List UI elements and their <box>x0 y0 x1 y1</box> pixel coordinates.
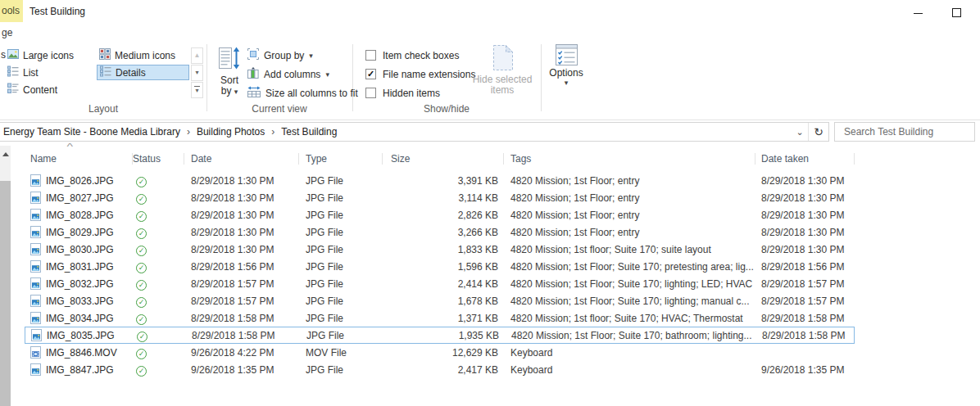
mov-file-icon <box>30 346 41 359</box>
group-by-button[interactable]: Group by ▾ <box>247 47 313 64</box>
size-columns-to-fit-icon <box>247 86 261 100</box>
column-header-date-taken[interactable]: Date taken <box>755 149 855 169</box>
size-cell: 1,371 KB <box>383 310 504 327</box>
status-cell: ✓ <box>133 259 184 275</box>
options-button[interactable]: Options ▾ <box>541 44 592 87</box>
column-header-status[interactable]: Status <box>133 149 184 169</box>
gallery-scroll-down-button[interactable]: ▾ <box>191 65 203 81</box>
view-details[interactable]: Details <box>97 65 189 80</box>
size-all-columns-button[interactable]: Size all columns to fit <box>247 84 358 102</box>
jpg-file-icon <box>30 277 41 290</box>
date-taken-cell: 9/26/2018 1:35 PM <box>755 362 855 378</box>
search-input[interactable] <box>835 123 974 141</box>
table-row[interactable]: IMG_8030.JPG✓8/29/2018 1:30 PMJPG File1,… <box>25 241 855 258</box>
synced-status-icon: ✓ <box>136 246 147 256</box>
file-name: IMG_8032.JPG <box>46 276 114 292</box>
table-row[interactable]: IMG_8026.JPG✓8/29/2018 1:30 PMJPG File3,… <box>25 172 855 189</box>
status-cell: ✓ <box>133 207 184 223</box>
column-header-date[interactable]: Date <box>184 149 299 169</box>
current-view-group-label: Current view <box>206 103 352 115</box>
breadcrumb-separator-icon[interactable]: › <box>269 126 277 138</box>
tags-cell: 4820 Mission; 1st Floor; entry <box>504 207 755 223</box>
table-row[interactable]: IMG_8846.MOV✓9/26/2018 4:22 PMMOV File12… <box>25 344 855 361</box>
tags-cell: 4820 Mission; 1st floor; Suite 170; HVAC… <box>504 310 755 327</box>
view-list[interactable]: List <box>5 65 41 80</box>
view-item-label: Details <box>116 67 146 79</box>
date-taken-cell: 8/29/2018 1:30 PM <box>755 173 855 189</box>
file-name: IMG_8031.JPG <box>46 259 114 275</box>
file-name: IMG_8846.MOV <box>46 345 117 361</box>
size-cell: 1,596 KB <box>383 259 504 275</box>
window-title: Test Building <box>29 6 85 17</box>
layout-group-label: Layout <box>0 103 206 115</box>
size-columns-label: Size all columns to fit <box>265 88 358 99</box>
table-row[interactable]: IMG_8033.JPG✓8/29/2018 1:57 PMJPG File1,… <box>25 292 855 309</box>
add-columns-button[interactable]: Add columns ▾ <box>247 65 329 83</box>
file-name-cell: IMG_8027.JPG <box>25 190 133 206</box>
file-name: IMG_8027.JPG <box>46 190 114 206</box>
file-name-cell: IMG_8029.JPG <box>25 224 133 241</box>
file-name-extensions-checkbox[interactable]: ✓ File name extensions <box>365 65 475 83</box>
group-divider <box>206 44 207 111</box>
table-row[interactable]: IMG_8028.JPG✓8/29/2018 1:30 PMJPG File2,… <box>25 206 855 223</box>
synced-status-icon: ✓ <box>136 366 147 377</box>
breadcrumb-separator-icon[interactable]: › <box>184 126 193 138</box>
jpg-file-icon <box>30 192 41 204</box>
hidden-items-checkbox[interactable]: Hidden items <box>365 84 440 102</box>
scrollbar-up-arrow-icon[interactable] <box>0 152 11 169</box>
table-row[interactable]: IMG_8027.JPG✓8/29/2018 1:30 PMJPG File3,… <box>25 189 855 206</box>
view-large-icons[interactable]: Large icons <box>5 47 76 63</box>
type-cell: JPG File <box>299 310 383 327</box>
type-cell: JPG File <box>300 327 383 344</box>
details-view-icon <box>100 65 111 79</box>
address-dropdown-chevron-icon[interactable]: ⌄ <box>792 127 808 138</box>
table-row[interactable]: IMG_8035.JPG✓8/29/2018 1:58 PMJPG File1,… <box>25 327 855 344</box>
column-header-tags[interactable]: Tags <box>504 149 755 169</box>
date-taken-cell: 8/29/2018 1:58 PM <box>756 327 855 344</box>
table-row[interactable]: IMG_8031.JPG✓8/29/2018 1:56 PMJPG File1,… <box>25 258 855 275</box>
hide-selected-items-button[interactable]: Hide selected items <box>467 44 538 96</box>
view-content[interactable]: Content <box>5 82 60 97</box>
sort-by-caret-icon: ▾ <box>234 88 238 96</box>
status-cell: ✓ <box>133 310 184 327</box>
synced-status-icon: ✓ <box>136 194 147 205</box>
view-item-label: Large icons <box>23 50 74 61</box>
size-cell: 2,414 KB <box>383 276 504 292</box>
show-hide-group-label: Show/hide <box>352 103 541 115</box>
synced-status-icon: ✓ <box>136 314 147 325</box>
status-cell: ✓ <box>133 241 184 258</box>
search-box[interactable] <box>834 122 975 142</box>
jpg-file-icon <box>30 260 41 273</box>
sort-by-button[interactable]: Sort by ▾ <box>210 45 249 97</box>
status-cell: ✓ <box>133 173 184 189</box>
date-taken-cell: 8/29/2018 1:30 PM <box>755 241 855 258</box>
refresh-icon[interactable]: ↻ <box>809 125 828 138</box>
column-header-name[interactable]: Name <box>25 149 133 169</box>
nav-pane-scrollbar[interactable] <box>0 146 11 406</box>
address-bar[interactable]: Energy Team Site - Boone Media Library ›… <box>0 122 829 142</box>
table-row[interactable]: IMG_8034.JPG✓8/29/2018 1:58 PMJPG File1,… <box>25 309 855 327</box>
size-cell: 3,114 KB <box>383 190 504 206</box>
gallery-more-button[interactable]: ▾ <box>191 82 203 98</box>
scrollbar-thumb[interactable] <box>0 181 11 406</box>
file-name-cell: IMG_8030.JPG <box>25 241 133 258</box>
group-by-icon <box>247 48 259 62</box>
view-medium-icons[interactable]: Medium icons <box>97 47 178 63</box>
date-taken-cell: 8/29/2018 1:30 PM <box>755 224 855 241</box>
table-row[interactable]: IMG_8847.JPG✓9/26/2018 1:35 PMJPG File2,… <box>25 361 855 378</box>
breadcrumb-item-library[interactable]: Energy Team Site - Boone Media Library <box>3 126 184 138</box>
manage-ribbon-tab[interactable]: ge <box>0 25 12 41</box>
breadcrumb-item-building-photos[interactable]: Building Photos <box>193 126 269 138</box>
item-check-boxes-checkbox[interactable]: Item check boxes <box>365 47 459 64</box>
breadcrumb-item-test-building[interactable]: Test Building <box>277 126 341 138</box>
picture-tools-contextual-tab[interactable]: ools <box>0 0 23 22</box>
column-header-size[interactable]: Size <box>383 149 504 169</box>
tags-cell: 4820 Mission; 1st Floor; Suite 170; bath… <box>505 327 756 344</box>
maximize-button[interactable] <box>939 0 973 25</box>
minimize-icon <box>914 13 923 14</box>
column-header-type[interactable]: Type <box>299 149 383 169</box>
gallery-scroll-up-button[interactable]: ▲ <box>191 47 203 64</box>
table-row[interactable]: IMG_8029.JPG✓8/29/2018 1:30 PMJPG File3,… <box>25 223 855 241</box>
table-row[interactable]: IMG_8032.JPG✓8/29/2018 1:57 PMJPG File2,… <box>25 275 855 292</box>
minimize-button[interactable] <box>901 0 935 25</box>
